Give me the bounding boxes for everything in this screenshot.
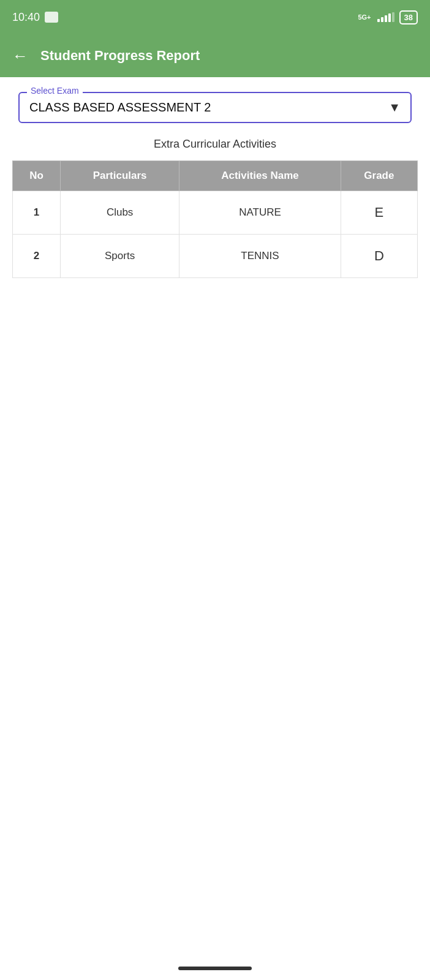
cell-activities-name: TENNIS — [179, 235, 341, 278]
table-row: 2SportsTENNISD — [13, 235, 418, 278]
app-bar: ← Student Progress Report — [0, 34, 430, 77]
bottom-home-indicator — [178, 967, 252, 970]
exam-dropdown-value[interactable]: CLASS BASED ASSESSMENT 2 ▼ — [29, 100, 401, 115]
cell-no: 1 — [13, 191, 61, 235]
section-title: Extra Curricular Activities — [12, 138, 418, 151]
col-header-no: No — [13, 161, 61, 191]
status-time-area: 10:40 — [12, 11, 58, 24]
signal-bars-icon — [377, 12, 394, 22]
cell-particulars: Sports — [60, 235, 179, 278]
table-body: 1ClubsNATUREE2SportsTENNISD — [13, 191, 418, 278]
cell-particulars: Clubs — [60, 191, 179, 235]
clock-time: 10:40 — [12, 11, 40, 24]
col-header-particulars: Particulars — [60, 161, 179, 191]
cell-grade: D — [341, 235, 417, 278]
col-header-activities-name: Activities Name — [179, 161, 341, 191]
main-content: Select Exam CLASS BASED ASSESSMENT 2 ▼ E… — [0, 77, 430, 980]
notification-icon — [45, 12, 58, 23]
table-row: 1ClubsNATUREE — [13, 191, 418, 235]
page-title: Student Progress Report — [40, 48, 200, 64]
activities-table: No Particulars Activities Name Grade 1Cl… — [12, 160, 418, 278]
status-bar: 10:40 5G+ 38 — [0, 0, 430, 34]
signal-5g-label: 5G+ — [358, 13, 371, 21]
exam-dropdown[interactable]: Select Exam CLASS BASED ASSESSMENT 2 ▼ — [18, 92, 412, 123]
status-right-icons: 5G+ 38 — [358, 10, 418, 24]
battery-indicator: 38 — [399, 10, 418, 24]
dropdown-chevron-icon: ▼ — [388, 100, 401, 115]
cell-activities-name: NATURE — [179, 191, 341, 235]
cell-no: 2 — [13, 235, 61, 278]
cell-grade: E — [341, 191, 417, 235]
col-header-grade: Grade — [341, 161, 417, 191]
table-header: No Particulars Activities Name Grade — [13, 161, 418, 191]
exam-dropdown-label: Select Exam — [27, 86, 83, 96]
back-button[interactable]: ← — [12, 47, 28, 66]
